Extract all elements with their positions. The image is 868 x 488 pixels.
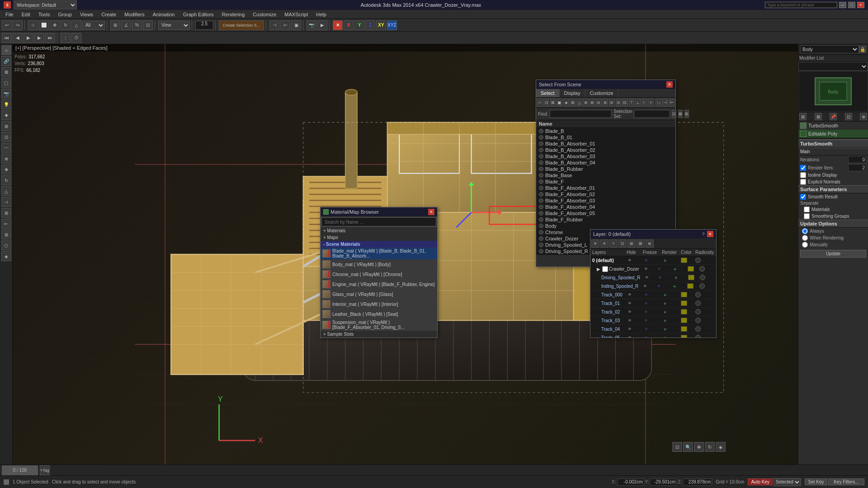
add-time-tag[interactable]: +Tag xyxy=(40,465,50,475)
menu-modifiers[interactable]: Modifiers xyxy=(121,11,148,18)
lock-btn[interactable]: 🔒 xyxy=(859,46,866,53)
color-swatch[interactable] xyxy=(688,275,694,280)
workspace-dropdown[interactable]: Workspace: DefaultWorkspace: Default xyxy=(14,0,77,9)
tool-wire[interactable]: ⊡ xyxy=(1,132,11,142)
y-coord[interactable] xyxy=(650,479,677,486)
set-key-btn[interactable]: Set Key xyxy=(805,479,827,485)
color-swatch[interactable] xyxy=(681,309,687,314)
materials-checkbox[interactable] xyxy=(804,206,810,212)
list-item[interactable]: Body xyxy=(536,223,675,229)
color-swatch[interactable] xyxy=(688,266,694,272)
xyz-axis-btn[interactable]: XYZ xyxy=(387,20,397,30)
layer-list[interactable]: 0 (default)👁❄◈▶Crawler_Dozer👁❄◈Driving_S… xyxy=(590,256,716,338)
mat-list-item[interactable]: Suspension_mat ( VRayMtl ) [Blade_F_Abso… xyxy=(321,319,437,331)
tool-bind[interactable]: ⊠ xyxy=(1,67,11,77)
prev-frame-btn[interactable]: ◀ xyxy=(13,33,23,43)
explicit-normals-checkbox[interactable] xyxy=(800,179,806,185)
y-axis-btn[interactable]: Y xyxy=(354,20,364,30)
scene-tb-6[interactable]: ⊞ xyxy=(570,99,575,107)
update-button[interactable]: Update xyxy=(800,250,866,258)
search-input[interactable]: Type a keyword or phrase xyxy=(765,2,837,8)
scene-tb-16[interactable]: ⊥ xyxy=(635,99,641,107)
minimize-btn[interactable]: ─ xyxy=(839,2,846,8)
scene-tb-4[interactable]: ▣ xyxy=(557,99,562,107)
menu-help[interactable]: Help xyxy=(312,11,330,18)
material-search-input[interactable] xyxy=(321,217,436,226)
select-scene-close[interactable]: ✕ xyxy=(666,81,673,88)
surface-params-section[interactable]: Surface Parameters xyxy=(798,185,868,193)
tool-material[interactable]: ⬡ xyxy=(1,240,11,250)
scene-tb-18[interactable]: ⊧ xyxy=(648,99,654,107)
list-item[interactable]: Blade_F_Absorber_01 xyxy=(536,185,675,191)
find-input[interactable] xyxy=(550,110,612,118)
layer-tb-6[interactable]: ⊠ xyxy=(637,239,645,248)
list-item[interactable]: Blade_F xyxy=(536,178,675,185)
menu-graph-editors[interactable]: Graph Editors xyxy=(179,11,217,18)
list-item[interactable]: Blade_B_Absorber_02 xyxy=(536,147,675,153)
color-swatch[interactable] xyxy=(681,300,687,306)
list-item[interactable]: Blade_Base xyxy=(536,172,675,178)
tab-customize[interactable]: Customize xyxy=(585,89,618,97)
layer-help[interactable]: ? xyxy=(701,231,706,237)
modifier-list-dropdown[interactable] xyxy=(798,62,868,71)
orbit-btn[interactable]: ↻ xyxy=(705,442,715,452)
render-btn[interactable]: ▶ xyxy=(317,20,327,30)
modifier-turbosmooth[interactable]: TurboSmooth xyxy=(798,122,868,130)
list-item[interactable]: Blade_B_Rubber xyxy=(536,166,675,172)
key-mode-select[interactable]: Selected xyxy=(774,478,801,486)
layer-row[interactable]: 0 (default)👁❄◈ xyxy=(590,256,716,265)
menu-customize[interactable]: Customize xyxy=(249,11,280,18)
scene-tb-sort1[interactable]: ↑↓ xyxy=(656,99,661,107)
tool-nurbs[interactable]: 〰 xyxy=(1,143,11,153)
layer-row[interactable]: Track_000👁❄◈ xyxy=(590,291,716,299)
tab-display[interactable]: Display xyxy=(560,89,585,97)
layer-row[interactable]: Track_02👁❄◈ xyxy=(590,308,716,316)
layer-row[interactable]: Track_03👁❄◈ xyxy=(590,316,716,325)
scene-tb-1[interactable]: ⊹ xyxy=(537,99,542,107)
scene-tb-11[interactable]: ⊛ xyxy=(603,99,608,107)
pin-stack-btn[interactable]: 📌 xyxy=(830,113,837,120)
layer-row[interactable]: Track_05👁❄◈ xyxy=(590,333,716,338)
scale-btn[interactable]: △ xyxy=(71,20,81,30)
menu-rendering[interactable]: Rendering xyxy=(218,11,249,18)
menu-animation[interactable]: Animation xyxy=(149,11,179,18)
scene-tb-sort2[interactable]: ⊣ xyxy=(662,99,668,107)
update-options-section[interactable]: Update Options xyxy=(798,220,868,228)
layer-tb-2[interactable]: ✕ xyxy=(600,239,609,248)
play-btn[interactable]: ▶ xyxy=(24,33,33,43)
list-item[interactable]: Blade_F_Absorber_02 xyxy=(536,191,675,197)
color-swatch[interactable] xyxy=(681,292,687,297)
close-dialog-btn[interactable]: ✕ xyxy=(333,20,343,30)
mirror-btn[interactable]: ⊣ xyxy=(269,20,279,30)
x-axis-btn[interactable]: X xyxy=(344,20,354,30)
color-swatch[interactable] xyxy=(687,283,693,289)
selection-set-input[interactable] xyxy=(634,110,670,118)
layer-btn[interactable]: ▣ xyxy=(291,20,301,30)
fov-btn[interactable]: ◈ xyxy=(716,442,726,452)
mat-list-item[interactable]: Interior_mat ( VRayMtl ) [Interior] xyxy=(321,299,437,309)
configure-modifier-btn[interactable]: ⊠ xyxy=(815,113,822,120)
layer-row[interactable]: Track_04👁❄◈ xyxy=(590,325,716,333)
filter-dropdown[interactable]: All xyxy=(82,21,105,30)
percent-snap-btn[interactable]: % xyxy=(132,20,142,30)
mat-list-item[interactable]: Leather_Black ( VRayMtl ) [Seat] xyxy=(321,309,437,319)
modifier-editable-poly[interactable]: Editable Poly xyxy=(798,130,868,138)
mat-list-item[interactable]: Chrome_mat ( VRayMtl ) [Chrome] xyxy=(321,269,437,279)
scene-tb-9[interactable]: ⊕ xyxy=(590,99,595,107)
turbosmooth-section[interactable]: TurboSmooth xyxy=(798,140,868,148)
tool-link[interactable]: 🔗 xyxy=(1,56,11,66)
scene-materials-header[interactable]: - Scene Materials xyxy=(321,241,437,248)
render-iters-input[interactable] xyxy=(848,164,866,171)
scene-tb-8[interactable]: ⊗ xyxy=(583,99,588,107)
angle-snap-btn[interactable]: ∠ xyxy=(121,20,131,30)
tool-pivot[interactable]: ⊗ xyxy=(1,154,11,164)
tool-select[interactable]: ⊹ xyxy=(1,45,11,55)
scene-tb-12[interactable]: ⊜ xyxy=(609,99,614,107)
menu-views[interactable]: Views xyxy=(76,11,97,18)
color-swatch[interactable] xyxy=(681,318,687,323)
tool-camera[interactable]: 📷 xyxy=(1,89,11,99)
list-item[interactable]: Blade_B xyxy=(536,128,675,134)
isoline-checkbox[interactable] xyxy=(800,172,806,178)
scene-tb-3[interactable]: ⊠ xyxy=(550,99,556,107)
layer-row[interactable]: ▶Crawler_Dozer👁❄◈ xyxy=(590,265,716,273)
